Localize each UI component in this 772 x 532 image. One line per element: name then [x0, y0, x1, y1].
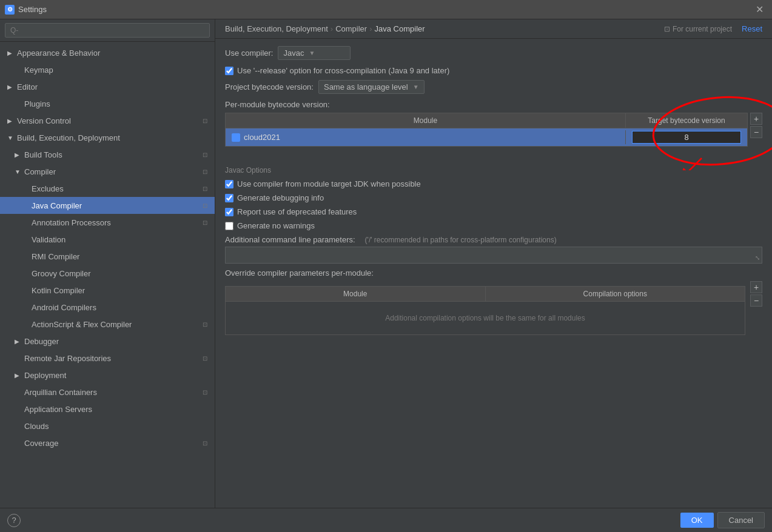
- sidebar-item-label: Groovy Compiler: [32, 269, 91, 278]
- no-warnings-row: Generate no warnings: [225, 221, 762, 230]
- settings-icon: ⊡: [200, 355, 210, 362]
- for-current-project-label: ⊡For current project: [664, 25, 732, 33]
- sidebar-item-appearance[interactable]: ▶ Appearance & Behavior: [0, 44, 215, 61]
- app-icon: ⚙: [5, 5, 15, 15]
- cross-compile-row: Use '--release' option for cross-compila…: [225, 66, 762, 75]
- gen-debug-checkbox[interactable]: [225, 194, 233, 202]
- override-label: Override compiler parameters per-module:: [225, 268, 762, 278]
- sidebar-item-label: Kotlin Compiler: [32, 286, 85, 295]
- expand-arrow-icon: ▶: [7, 50, 15, 56]
- sidebar-item-rmi[interactable]: RMI Compiler: [0, 248, 215, 265]
- add-module-button[interactable]: +: [750, 113, 762, 125]
- sidebar-item-label: Clouds: [24, 422, 49, 431]
- sidebar-item-actionscript[interactable]: ActionScript & Flex Compiler ⊡: [0, 316, 215, 333]
- table-row[interactable]: cloud2021: [226, 128, 747, 146]
- expand-arrow-icon: ▶: [7, 84, 15, 90]
- expand-icon: ⤡: [755, 254, 760, 261]
- deprecated-label: Report use of deprecated features: [237, 207, 357, 216]
- sidebar-item-label: Android Compilers: [32, 303, 96, 312]
- sidebar-item-label: Application Servers: [24, 405, 92, 414]
- override-section: Override compiler parameters per-module:…: [225, 268, 762, 335]
- breadcrumb-part1: Build, Execution, Deployment: [225, 24, 328, 33]
- sidebar-item-label: Debugger: [24, 337, 59, 346]
- sidebar-item-validation[interactable]: Validation: [0, 231, 215, 248]
- sidebar-item-label: Appearance & Behavior: [17, 48, 100, 58]
- bytecode-version-value: Same as language level: [324, 82, 408, 91]
- use-module-jdk-checkbox[interactable]: [225, 180, 233, 188]
- sidebar-item-label: ActionScript & Flex Compiler: [32, 320, 132, 329]
- use-compiler-row: Use compiler: Javac ▼: [225, 46, 762, 60]
- sidebar-item-remote-jar[interactable]: Remote Jar Repositories ⊡: [0, 350, 215, 367]
- cancel-button[interactable]: Cancel: [717, 512, 765, 528]
- compiler-dropdown[interactable]: Javac ▼: [278, 46, 351, 60]
- no-warnings-checkbox[interactable]: [225, 222, 233, 230]
- settings-icon: ⊡: [200, 389, 210, 396]
- sidebar-item-label: Remote Jar Repositories: [24, 354, 111, 363]
- settings-icon: ⊡: [200, 202, 210, 209]
- use-module-jdk-row: Use compiler from module target JDK when…: [225, 179, 762, 188]
- sidebar-item-version-control[interactable]: ▶ Version Control ⊡: [0, 112, 215, 129]
- per-module-label: Per-module bytecode version:: [225, 100, 762, 109]
- breadcrumb-sep2: ›: [369, 24, 372, 33]
- sidebar-item-plugins[interactable]: Plugins: [0, 95, 215, 112]
- sidebar-item-build-tools[interactable]: ▶ Build Tools ⊡: [0, 146, 215, 163]
- sidebar-item-annotation[interactable]: Annotation Processors ⊡: [0, 214, 215, 231]
- sidebar-item-excludes[interactable]: Excludes ⊡: [0, 180, 215, 197]
- main-container: ▶ Appearance & Behavior Keymap ▶ Editor …: [0, 19, 772, 508]
- sidebar-item-label: Build, Execution, Deployment: [17, 133, 120, 142]
- expand-arrow-icon: ▶: [15, 151, 22, 158]
- sidebar-item-keymap[interactable]: Keymap: [0, 61, 215, 78]
- reset-button[interactable]: Reset: [742, 24, 762, 33]
- search-bar: [0, 19, 215, 42]
- sidebar-item-deployment[interactable]: ▶ Deployment: [0, 367, 215, 384]
- remove-module-button[interactable]: −: [750, 126, 762, 138]
- breadcrumb-part3: Java Compiler: [375, 24, 425, 33]
- sidebar-item-app-servers[interactable]: Application Servers: [0, 401, 215, 417]
- close-button[interactable]: ✕: [752, 2, 767, 16]
- no-warnings-label: Generate no warnings: [237, 221, 315, 230]
- additional-params-input[interactable]: [225, 247, 762, 264]
- help-button[interactable]: ?: [7, 514, 21, 527]
- settings-icon: ⊡: [200, 118, 210, 124]
- deprecated-checkbox[interactable]: [225, 208, 233, 216]
- settings-icon: ⊡: [200, 219, 210, 226]
- sidebar-item-label: Validation: [32, 235, 65, 244]
- sidebar-item-arquillian[interactable]: Arquillian Containers ⊡: [0, 384, 215, 401]
- additional-params-hint: ('/' recommended in paths for cross-plat…: [365, 236, 557, 244]
- expand-arrow-icon: ▶: [15, 372, 22, 379]
- sidebar-item-label: RMI Compiler: [32, 252, 79, 261]
- cross-compile-checkbox[interactable]: [225, 67, 233, 75]
- sidebar-item-editor[interactable]: ▶ Editor: [0, 78, 215, 95]
- sidebar-item-label: Keymap: [24, 65, 53, 75]
- bottom-bar: ? OK Cancel: [0, 508, 772, 532]
- use-compiler-label: Use compiler:: [225, 48, 273, 58]
- bytecode-version-dropdown[interactable]: Same as language level ▼: [318, 80, 425, 94]
- compiler-value: Javac: [283, 48, 304, 58]
- sidebar-item-java-compiler[interactable]: Java Compiler ⊡: [0, 197, 215, 214]
- expand-arrow-icon: ▶: [7, 118, 15, 124]
- dropdown-arrow-icon: ▼: [413, 84, 419, 90]
- sidebar-item-coverage[interactable]: Coverage ⊡: [0, 434, 215, 451]
- sidebar-item-label: Annotation Processors: [32, 218, 111, 227]
- sidebar-item-groovy[interactable]: Groovy Compiler: [0, 265, 215, 282]
- settings-icon: ⊡: [200, 151, 210, 158]
- remove-override-button[interactable]: −: [750, 294, 762, 307]
- sidebar-item-label: Compiler: [24, 167, 56, 176]
- sidebar-item-android[interactable]: Android Compilers: [0, 299, 215, 316]
- sidebar-item-kotlin[interactable]: Kotlin Compiler: [0, 282, 215, 299]
- ok-button[interactable]: OK: [680, 513, 714, 528]
- sidebar-item-build-exec[interactable]: ▼ Build, Execution, Deployment: [0, 129, 215, 146]
- use-module-jdk-label: Use compiler from module target JDK when…: [237, 179, 421, 188]
- bytecode-input[interactable]: [632, 131, 741, 144]
- override-header: Module Compilation options: [226, 287, 745, 302]
- override-options-header: Compilation options: [486, 287, 745, 301]
- expand-arrow-icon: ▶: [15, 338, 22, 345]
- add-override-button[interactable]: +: [750, 281, 762, 293]
- sidebar-item-debugger[interactable]: ▶ Debugger: [0, 333, 215, 350]
- search-input[interactable]: [5, 23, 210, 38]
- table-header: Module Target bytecode version: [226, 113, 747, 128]
- sidebar-nav: ▶ Appearance & Behavior Keymap ▶ Editor …: [0, 42, 215, 508]
- sidebar-item-clouds[interactable]: Clouds: [0, 417, 215, 434]
- sidebar-item-compiler[interactable]: ▼ Compiler ⊡: [0, 163, 215, 180]
- sidebar-item-label: Build Tools: [24, 150, 62, 159]
